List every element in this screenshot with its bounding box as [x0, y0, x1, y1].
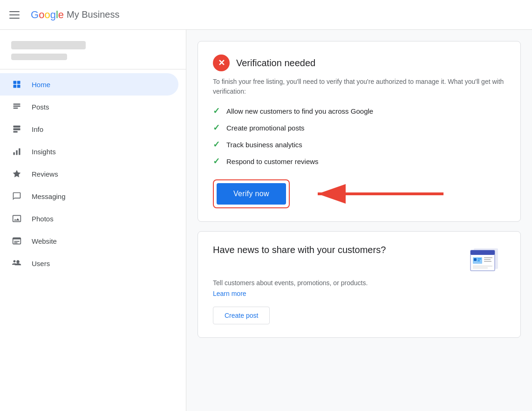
news-header: Have news to share with your customers?: [213, 245, 505, 273]
checklist-text-2: Create promotional posts: [226, 124, 305, 132]
posts-icon: [11, 101, 22, 112]
header: Google My Business: [0, 0, 532, 30]
verify-area: Verify now: [213, 179, 505, 208]
svg-rect-7: [14, 126, 20, 128]
create-post-button[interactable]: Create post: [213, 307, 270, 324]
sidebar-label-posts: Posts: [32, 103, 49, 111]
svg-rect-9: [14, 131, 18, 132]
logo: Google My Business: [31, 9, 119, 21]
verification-header: ✕ Verification needed: [213, 55, 505, 71]
sidebar-label-home: Home: [32, 81, 50, 89]
sidebar-label-insights: Insights: [32, 148, 56, 156]
svg-rect-14: [13, 238, 21, 239]
svg-rect-30: [473, 267, 488, 268]
svg-rect-10: [14, 152, 15, 155]
svg-rect-29: [473, 266, 492, 267]
sidebar-item-home[interactable]: Home: [0, 73, 178, 96]
news-description: Tell customers about events, promotions,…: [213, 278, 505, 288]
svg-rect-27: [484, 259, 491, 260]
sidebar-label-photos: Photos: [32, 215, 54, 223]
sidebar-label-users: Users: [32, 260, 50, 267]
sidebar-label-reviews: Reviews: [32, 170, 58, 178]
learn-more-link[interactable]: Learn more: [213, 290, 246, 297]
verification-description: To finish your free listing, you'll need…: [213, 77, 505, 96]
checklist-text-3: Track business analytics: [226, 141, 302, 149]
checklist: ✓ Allow new customers to find you across…: [213, 106, 505, 166]
svg-rect-6: [14, 108, 18, 109]
verify-now-button[interactable]: Verify now: [217, 183, 286, 205]
checklist-item-1: ✓ Allow new customers to find you across…: [213, 106, 505, 116]
sidebar-item-insights[interactable]: Insights: [0, 140, 178, 163]
hamburger-menu[interactable]: [7, 9, 21, 21]
svg-rect-23: [474, 258, 477, 261]
sidebar: Home Posts Info: [0, 30, 186, 411]
red-arrow: [308, 182, 448, 206]
sidebar-label-info: Info: [32, 125, 43, 133]
svg-rect-8: [14, 128, 20, 130]
svg-rect-26: [484, 257, 492, 258]
svg-rect-16: [14, 242, 18, 243]
news-illustration: [468, 245, 505, 273]
sidebar-item-messaging[interactable]: Messaging: [0, 185, 178, 207]
app-layout: Home Posts Info: [0, 30, 532, 411]
google-wordmark: Google: [31, 9, 64, 21]
business-subtitle: [11, 54, 67, 60]
website-icon: [11, 235, 22, 247]
svg-rect-15: [14, 241, 20, 242]
svg-rect-12: [19, 148, 20, 155]
insights-icon: [11, 146, 22, 157]
svg-rect-24: [477, 258, 481, 260]
sidebar-item-info[interactable]: Info: [0, 118, 178, 140]
checkmark-icon-4: ✓: [213, 156, 220, 166]
info-icon: [11, 123, 22, 135]
sidebar-item-website[interactable]: Website: [0, 230, 178, 252]
product-name: My Business: [67, 9, 119, 20]
sidebar-item-posts[interactable]: Posts: [0, 96, 178, 118]
reviews-icon: [11, 168, 22, 179]
checkmark-icon-1: ✓: [213, 106, 220, 116]
sidebar-item-users[interactable]: Users: [0, 252, 178, 274]
svg-rect-0: [14, 81, 17, 84]
business-info: [0, 35, 186, 69]
verification-title: Verification needed: [236, 58, 315, 68]
svg-rect-4: [14, 103, 20, 105]
news-card: Have news to share with your customers?: [198, 231, 521, 338]
svg-rect-28: [484, 261, 491, 262]
business-name: [11, 41, 86, 49]
photos-icon: [11, 213, 22, 224]
checklist-item-4: ✓ Respond to customer reviews: [213, 156, 505, 166]
checklist-item-3: ✓ Track business analytics: [213, 139, 505, 150]
sidebar-item-reviews[interactable]: Reviews: [0, 163, 178, 185]
home-icon: [11, 79, 22, 90]
sidebar-item-photos[interactable]: Photos: [0, 207, 178, 230]
checklist-item-2: ✓ Create promotional posts: [213, 123, 505, 133]
news-title: Have news to share with your customers?: [213, 245, 459, 255]
verify-button-wrapper: Verify now: [213, 179, 290, 208]
svg-rect-25: [477, 260, 480, 261]
svg-rect-21: [471, 250, 495, 255]
svg-rect-11: [16, 151, 17, 155]
main-content: ✕ Verification needed To finish your fre…: [186, 30, 532, 411]
checklist-text-1: Allow new customers to find you across G…: [226, 107, 373, 115]
svg-rect-1: [17, 81, 20, 84]
sidebar-label-messaging: Messaging: [32, 192, 66, 200]
users-icon: [11, 258, 22, 269]
messaging-icon: [11, 191, 22, 202]
verification-card: ✕ Verification needed To finish your fre…: [198, 41, 521, 222]
checkmark-icon-2: ✓: [213, 123, 220, 133]
svg-rect-3: [17, 85, 20, 88]
arrow-container: [308, 182, 448, 206]
checklist-text-4: Respond to customer reviews: [226, 158, 319, 165]
sidebar-label-website: Website: [32, 237, 57, 245]
shield-error-icon: ✕: [213, 55, 230, 71]
svg-rect-5: [14, 106, 20, 107]
checkmark-icon-3: ✓: [213, 139, 220, 150]
svg-rect-2: [14, 85, 17, 88]
